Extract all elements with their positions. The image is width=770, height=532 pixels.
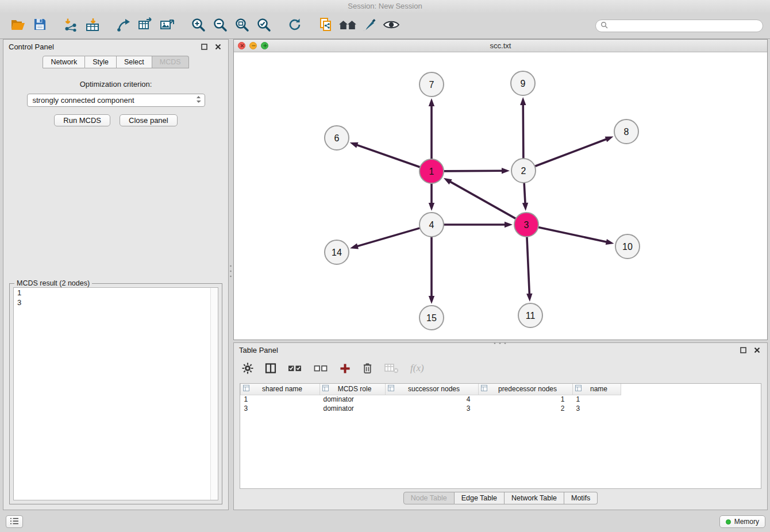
optimization-criterion-label: Optimization criterion: <box>3 80 228 88</box>
column-tree-icon <box>388 385 394 393</box>
new-network-icon <box>116 17 131 34</box>
show-columns-button[interactable] <box>265 361 276 375</box>
tab-select[interactable]: Select <box>117 56 152 68</box>
cell-predecessor-nodes[interactable]: 2 <box>479 404 573 413</box>
graph-edge-2-9[interactable] <box>523 105 523 159</box>
tab-style[interactable]: Style <box>85 56 117 68</box>
horizontal-splitter-grip[interactable] <box>492 337 508 348</box>
float-panel-icon[interactable] <box>199 42 209 51</box>
global-search[interactable] <box>595 20 763 32</box>
column-header-successor-nodes[interactable]: successor nodes <box>386 384 479 395</box>
home-button[interactable] <box>337 16 359 36</box>
table-toolbar: f(x) <box>234 357 767 379</box>
graph-edge-1-6[interactable] <box>357 145 420 167</box>
result-scrollbar-track[interactable] <box>210 288 218 500</box>
graph-node-label-7: 7 <box>429 80 434 90</box>
cell-mcds-role[interactable]: dominator <box>320 404 386 413</box>
cell-name[interactable]: 3 <box>573 404 621 413</box>
new-network-button[interactable] <box>113 16 134 36</box>
cell-shared-name[interactable]: 3 <box>241 404 320 413</box>
window-titlebar: Session: New Session <box>0 0 770 13</box>
open-session-button[interactable] <box>7 16 29 36</box>
run-mcds-button[interactable]: Run MCDS <box>54 114 110 126</box>
cell-predecessor-nodes[interactable]: 1 <box>479 395 573 404</box>
tab-network[interactable]: Network <box>43 56 85 68</box>
mcds-result-list[interactable]: 1 3 <box>13 287 218 500</box>
zoom-out-button[interactable] <box>209 16 231 36</box>
column-header-predecessor-nodes[interactable]: predecessor nodes <box>479 384 573 395</box>
column-header-filler <box>621 384 761 395</box>
add-column-button[interactable] <box>340 361 351 375</box>
column-header-mcds-role[interactable]: MCDS role <box>320 384 386 395</box>
import-network-icon <box>63 17 78 34</box>
graph-edge-3-10[interactable] <box>538 227 606 242</box>
graph-edge-2-3[interactable] <box>524 183 525 203</box>
graph-edge-arrow-2-9 <box>520 97 526 105</box>
optimization-criterion-select[interactable]: strongly connected component <box>27 94 205 107</box>
float-table-panel-icon[interactable] <box>738 345 748 354</box>
import-table-button[interactable] <box>82 16 103 36</box>
panel-menu-button[interactable] <box>6 515 23 528</box>
close-table-panel-icon[interactable] <box>752 345 762 354</box>
graph-node-label-8: 8 <box>624 127 629 137</box>
table-row[interactable]: 3 dominator 3 2 3 <box>241 404 761 413</box>
network-graph[interactable]: 7968124314101511 <box>234 52 767 340</box>
graph-edge-arrow-1-6 <box>350 142 359 148</box>
tab-network-table[interactable]: Network Table <box>505 492 564 504</box>
cell-shared-name[interactable]: 1 <box>241 395 320 404</box>
tab-mcds[interactable]: MCDS <box>152 56 189 68</box>
graph-edge-arrow-3-11 <box>526 294 532 302</box>
export-table-button[interactable] <box>134 16 156 36</box>
column-header-shared-name[interactable]: shared name <box>241 384 320 395</box>
graph-edge-4-14[interactable] <box>357 228 419 246</box>
cell-name[interactable]: 1 <box>573 395 621 404</box>
graph-edge-1-2[interactable] <box>444 171 502 171</box>
select-all-button[interactable] <box>288 361 302 375</box>
graph-edge-arrow-3-1 <box>444 178 452 184</box>
close-panel-button[interactable]: Close panel <box>120 114 178 126</box>
graph-edge-2-8[interactable] <box>535 139 606 166</box>
tab-edge-table[interactable]: Edge Table <box>455 492 505 504</box>
column-tree-icon <box>243 385 249 393</box>
graph-node-label-6: 6 <box>334 133 340 143</box>
zoom-in-icon <box>191 17 206 34</box>
table-settings-button[interactable] <box>242 361 253 375</box>
save-session-button[interactable] <box>29 16 51 36</box>
apply-layout-button[interactable] <box>284 16 306 36</box>
graph-edge-3-11[interactable] <box>527 237 529 294</box>
table-row[interactable]: 1 dominator 4 1 1 <box>241 395 761 404</box>
import-network-button[interactable] <box>60 16 82 36</box>
column-header-name[interactable]: name <box>573 384 621 395</box>
zoom-fit-button[interactable] <box>231 16 253 36</box>
mcds-result-group: MCDS result (2 nodes) 1 3 <box>9 283 222 504</box>
clone-network-icon <box>318 17 333 34</box>
cell-mcds-role[interactable]: dominator <box>320 395 386 404</box>
delete-column-button[interactable] <box>362 361 373 375</box>
table-panel: Table Panel f(x) shared name <box>233 342 768 510</box>
graph-edge-arrow-1-2 <box>502 168 510 174</box>
vertical-splitter-grip[interactable] <box>229 263 233 282</box>
clone-network-button[interactable] <box>315 16 337 36</box>
graph-node-label-4: 4 <box>429 220 434 230</box>
cell-successor-nodes[interactable]: 3 <box>386 404 479 413</box>
network-window-titlebar: scc.txt <box>234 40 767 52</box>
style-brush-button[interactable] <box>359 16 380 36</box>
export-image-button[interactable] <box>156 16 178 36</box>
graph-edge-arrow-4-15 <box>429 296 434 304</box>
deselect-all-button[interactable] <box>314 361 328 375</box>
zoom-selected-button[interactable] <box>253 16 275 36</box>
tab-motifs[interactable]: Motifs <box>564 492 598 504</box>
refresh-icon <box>287 17 302 34</box>
show-hide-button[interactable] <box>380 16 402 36</box>
memory-button[interactable]: Memory <box>719 515 765 528</box>
export-table-icon <box>138 17 153 34</box>
window-title: Session: New Session <box>348 2 422 10</box>
status-bar: Memory <box>0 512 770 532</box>
close-panel-icon[interactable] <box>213 42 223 51</box>
tab-node-table[interactable]: Node Table <box>403 492 455 504</box>
zoom-in-button[interactable] <box>187 16 209 36</box>
search-input[interactable] <box>611 22 758 30</box>
export-image-icon <box>160 17 175 34</box>
graph-edge-3-1[interactable] <box>451 182 516 219</box>
cell-successor-nodes[interactable]: 4 <box>386 395 479 404</box>
